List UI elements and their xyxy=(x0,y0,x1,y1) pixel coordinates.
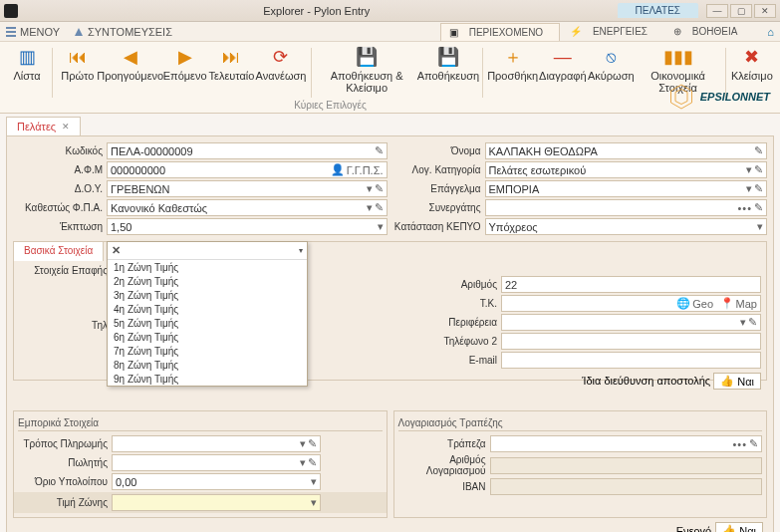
doc-tab-close-icon[interactable]: ✕ xyxy=(62,122,70,132)
input-doy[interactable]: ΓΡΕΒΕΝΩΝ▾✎ xyxy=(107,180,388,197)
label-seller: Πωλητής xyxy=(18,457,112,468)
input-name[interactable]: ΚΑΛΠΑΚΗ ΘΕΟΔΩΡΑ✎ xyxy=(485,142,768,159)
svg-marker-4 xyxy=(670,85,691,109)
label-job: Επάγγελμα xyxy=(393,183,485,194)
input-bank[interactable]: •••✎ xyxy=(490,435,763,452)
label-kepyo: Κατάσταση ΚΕΠΥΟ xyxy=(393,221,485,232)
label-phone: Τηλ xyxy=(18,320,112,331)
label-phone2: Τηλέφωνο 2 xyxy=(409,336,501,347)
zone-option[interactable]: 2η Ζώνη Τιμής xyxy=(108,274,307,288)
ribbon-list[interactable]: ▥Λίστα xyxy=(6,44,48,84)
input-discount[interactable]: 1,50 ▾ xyxy=(107,218,388,235)
group-bank: Λογαριασμός Τραπέζης xyxy=(398,415,763,431)
ribbon-refresh[interactable]: ⟳Ανανέωση xyxy=(255,44,306,84)
input-paytype[interactable]: ▾✎ xyxy=(112,435,321,452)
minimize-button[interactable]: — xyxy=(706,4,728,18)
svg-rect-0 xyxy=(6,27,16,29)
label-paytype: Τρόπος Πληρωμής xyxy=(18,438,112,449)
zone-option[interactable]: 4η Ζώνη Τιμής xyxy=(108,302,307,316)
chevron-down-icon[interactable]: ▾ xyxy=(299,246,303,255)
ribbon-caption: Κύριες Επιλογές xyxy=(0,100,660,111)
label-name: Όνομα xyxy=(393,145,485,156)
menu-button[interactable]: ΜΕΝΟΥ xyxy=(6,26,60,38)
ribbon-tab-content[interactable]: ▣ ΠΕΡΙΕΧΟΜΕΝΟ xyxy=(440,23,560,41)
input-afm[interactable]: 000000000👤Γ.Γ.Π.Σ. xyxy=(107,161,388,178)
label-vat: Καθεστώς Φ.Π.Α. xyxy=(13,202,107,213)
input-seller[interactable]: ▾✎ xyxy=(112,454,321,471)
input-acct xyxy=(490,457,763,474)
label-active: Ενεργό xyxy=(676,525,712,533)
label-discount: Έκπτωση xyxy=(13,221,107,232)
label-afm: Α.Φ.Μ xyxy=(13,164,107,175)
label-partner: Συνεργάτης xyxy=(393,202,485,213)
svg-rect-1 xyxy=(6,31,16,33)
ribbon-tab-help[interactable]: ⊕ ΒΟΗΘΕΙΑ xyxy=(665,23,753,40)
label-doy: Δ.Ο.Υ. xyxy=(13,183,107,194)
label-code: Κωδικός xyxy=(13,145,107,156)
label-region: Περιφέρεια xyxy=(409,317,501,328)
input-region[interactable]: ▾✎ xyxy=(501,314,761,331)
shortcuts-button[interactable]: ΣΥΝΤΟΜΕΥΣΕΙΣ xyxy=(74,26,172,38)
zone-option[interactable]: 7η Ζώνη Τιμής xyxy=(108,344,307,358)
zone-dropdown[interactable]: ✕▾ 1η Ζώνη Τιμής2η Ζώνη Τιμής3η Ζώνη Τιμ… xyxy=(107,241,308,387)
ribbon-cancel[interactable]: ⍉Ακύρωση xyxy=(587,44,635,84)
zone-option[interactable]: 9η Ζώνη Τιμής xyxy=(108,372,307,386)
zone-option[interactable]: 6η Ζώνη Τιμής xyxy=(108,330,307,344)
ribbon-add[interactable]: ＋Προσθήκη xyxy=(487,44,538,84)
maximize-button[interactable]: ▢ xyxy=(730,4,752,18)
input-iban xyxy=(490,478,763,495)
dropdown-clear-icon[interactable]: ✕ xyxy=(112,244,121,257)
label-bank: Τράπεζα xyxy=(398,438,490,449)
group-commercial: Εμπορικά Στοιχεία xyxy=(18,415,383,431)
input-phone2[interactable] xyxy=(501,333,761,350)
label-iban: IBAN xyxy=(398,481,490,492)
input-cat[interactable]: Πελάτες εσωτερικού▾✎ xyxy=(485,161,768,178)
label-limit: Όριο Υπολοίπου xyxy=(18,476,112,487)
ribbon-last[interactable]: ⏭Τελευταίο xyxy=(208,44,256,84)
label-acct: Αριθμός Λογαριασμού xyxy=(398,454,490,476)
input-vat[interactable]: Κανονικό Καθεστώς▾✎ xyxy=(107,199,388,216)
input-number[interactable]: 22 xyxy=(501,276,761,293)
app-icon xyxy=(4,4,18,18)
close-window-button[interactable]: ✕ xyxy=(754,4,776,18)
input-limit[interactable]: 0,00 ▾ xyxy=(112,473,321,490)
home-icon[interactable]: ⌂ xyxy=(767,26,774,38)
input-code[interactable]: ΠΕΛΑ-00000009✎ xyxy=(107,142,388,159)
window-title: Explorer - Pylon Entry xyxy=(24,5,610,17)
active-toggle[interactable]: 👍Ναι xyxy=(715,522,763,532)
input-tk[interactable]: 🌐Geo 📍Map xyxy=(501,295,761,312)
svg-marker-5 xyxy=(675,90,687,105)
label-email: E-mail xyxy=(409,355,501,366)
context-tab: ΠΕΛΑΤΕΣ xyxy=(618,3,698,18)
ribbon-save-close[interactable]: 💾Αποθήκευση & Κλείσιμο xyxy=(315,44,417,96)
label-number: Αριθμός xyxy=(409,279,501,290)
zone-option[interactable]: 5η Ζώνη Τιμής xyxy=(108,316,307,330)
zone-option[interactable]: 3η Ζώνη Τιμής xyxy=(108,288,307,302)
zone-option[interactable]: 8η Ζώνη Τιμής xyxy=(108,358,307,372)
ribbon-first[interactable]: ⏮Πρώτο xyxy=(57,44,99,84)
input-email[interactable] xyxy=(501,352,761,369)
subtab-basic[interactable]: Βασικά Στοιχεία xyxy=(14,242,104,261)
zone-option[interactable]: 1η Ζώνη Τιμής xyxy=(108,260,307,274)
ribbon-delete[interactable]: —Διαγραφή xyxy=(538,44,587,84)
ribbon-save[interactable]: 💾Αποθήκευση xyxy=(418,44,478,84)
label-zone: Τιμή Ζώνης xyxy=(18,497,112,508)
svg-marker-3 xyxy=(75,28,83,36)
input-kepyo[interactable]: Υπόχρεος▾ xyxy=(485,218,768,235)
ribbon-close[interactable]: ✖Κλείσιμο xyxy=(730,44,774,84)
brand-logo: EPSILONNET xyxy=(666,82,770,112)
input-zone[interactable]: ▾ xyxy=(112,494,321,511)
label-tk: Τ.Κ. xyxy=(409,298,501,309)
label-cat: Λογ. Κατηγορία xyxy=(393,164,485,175)
label-same-addr: Ίδια διεύθυνση αποστολής xyxy=(582,375,710,387)
ribbon-tab-actions[interactable]: ⚡ ΕΝΕΡΓΕΙΕΣ xyxy=(562,23,663,40)
input-job[interactable]: ΕΜΠΟΡΙΑ▾✎ xyxy=(485,180,768,197)
same-addr-toggle[interactable]: 👍Ναι xyxy=(713,373,761,390)
doc-tab-customers[interactable]: Πελάτες✕ xyxy=(6,117,81,135)
label-contact: Στοιχεία Επαφής xyxy=(18,265,112,276)
svg-rect-2 xyxy=(6,35,16,37)
input-partner[interactable]: •••✎ xyxy=(485,199,768,216)
ribbon-prev[interactable]: ◀Προηγούμενο xyxy=(99,44,162,84)
ribbon-next[interactable]: ▶Επόμενο xyxy=(162,44,208,84)
